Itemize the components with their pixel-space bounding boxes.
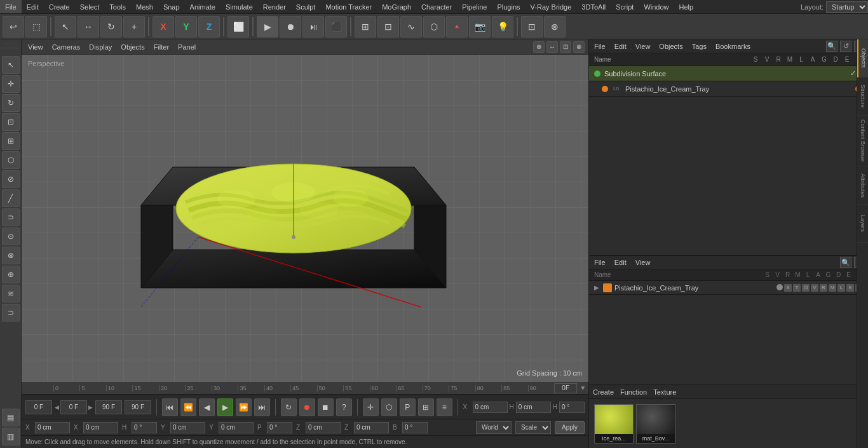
menu-motion-tracker[interactable]: Motion Tracker — [320, 0, 377, 13]
vp-menu-cameras[interactable]: Cameras — [50, 43, 83, 51]
obj-edit-menu[interactable]: Edit — [612, 43, 629, 50]
vp-menu-display[interactable]: Display — [86, 43, 114, 51]
mat-create-menu[interactable]: Create — [593, 388, 614, 396]
light-button[interactable]: 💡 — [492, 16, 513, 37]
v-tab-structure[interactable]: Structure — [857, 78, 868, 116]
attr-row-tray[interactable]: ▶ Pistachio_Ice_Cream_Tray S T ⊡ V R M L — [589, 281, 868, 295]
h-field-input[interactable] — [132, 422, 157, 433]
move-button[interactable]: ↔ — [78, 16, 99, 37]
y-right-input[interactable] — [219, 422, 254, 433]
play-forward-button[interactable]: ▶ — [217, 398, 233, 416]
current-frame-field[interactable] — [60, 400, 87, 414]
menu-pipeline[interactable]: Pipeline — [457, 0, 492, 13]
menu-window[interactable]: Window — [639, 0, 674, 13]
obj-item-tray[interactable]: L0 Pistachio_Ice_Cream_Tray — [589, 81, 868, 97]
tool-brush[interactable]: ⊙ — [2, 227, 20, 245]
menu-animate[interactable]: Animate — [185, 0, 220, 13]
spline-button[interactable]: ∿ — [400, 16, 422, 37]
menu-sculpt[interactable]: Sculpt — [291, 0, 321, 13]
z-axis-button[interactable]: Z — [198, 16, 220, 37]
dope-sheet-button[interactable]: ≡ — [437, 398, 452, 416]
keyframe-button[interactable]: ⬡ — [381, 398, 397, 416]
tool-loop[interactable]: ⬡ — [2, 151, 20, 169]
tool-select[interactable]: ↖ — [2, 56, 20, 74]
cube-button[interactable]: ⊞ — [355, 16, 376, 37]
scale-button[interactable]: + — [123, 16, 145, 37]
menu-simulate[interactable]: Simulate — [220, 0, 258, 13]
viewport-canvas[interactable]: Perspective — [22, 55, 588, 382]
obj-file-menu[interactable]: File — [592, 43, 608, 50]
x-axis-button[interactable]: X — [153, 16, 174, 37]
tool-sculpt[interactable]: ⊕ — [2, 266, 20, 283]
v-tab-content[interactable]: Content Browser — [857, 116, 868, 166]
obj-bookmarks-menu[interactable]: Bookmarks — [713, 43, 753, 50]
camera-button[interactable]: 📷 — [469, 16, 491, 37]
menu-file[interactable]: File — [0, 0, 22, 13]
end-frame-play-input[interactable] — [95, 400, 122, 414]
tool-move[interactable]: ✛ — [2, 75, 20, 93]
goto-start-button[interactable]: ⏮ — [162, 398, 178, 416]
attr-file-menu[interactable]: File — [592, 259, 608, 266]
sky-button[interactable]: ⊗ — [544, 16, 566, 37]
record-button[interactable]: ⏺ — [299, 398, 315, 416]
obj-refresh-icon[interactable]: ↺ — [840, 41, 851, 52]
end-frame-input[interactable] — [125, 400, 151, 414]
vp-menu-panel[interactable]: Panel — [175, 43, 198, 51]
vp-menu-objects[interactable]: Objects — [118, 43, 147, 51]
menu-snap[interactable]: Snap — [158, 0, 185, 13]
y-axis-button[interactable]: Y — [175, 16, 197, 37]
goto-end-button[interactable]: ⏭ — [254, 398, 270, 416]
help-button[interactable]: ? — [336, 398, 352, 416]
x-right-input[interactable] — [83, 422, 118, 433]
menu-render[interactable]: Render — [258, 0, 291, 13]
picture-viewer-button[interactable]: ⏯ — [302, 16, 324, 37]
mat-thumb-ice[interactable]: Ice_rea... — [594, 404, 634, 444]
render-view-button[interactable]: ▶ — [257, 16, 278, 37]
rotate-button[interactable]: ↻ — [100, 16, 122, 37]
world-dropdown[interactable]: World — [476, 421, 512, 434]
next-frame-button[interactable]: ⏩ — [236, 398, 252, 416]
y-coord-input[interactable] — [170, 422, 205, 433]
z-coord-input[interactable] — [306, 422, 341, 433]
menu-tools[interactable]: Tools — [104, 0, 131, 13]
x-coord-input[interactable] — [35, 422, 70, 433]
attr-edit-menu[interactable]: Edit — [612, 259, 629, 266]
vp-icon-4[interactable]: ⊗ — [573, 41, 585, 53]
new-button[interactable]: ⬚ — [25, 16, 47, 37]
prev-frame-button[interactable]: ⏪ — [180, 398, 196, 416]
attr-search-icon[interactable]: 🔍 — [840, 257, 851, 268]
deformer-button[interactable]: 🔺 — [446, 16, 468, 37]
mat-function-menu[interactable]: Function — [620, 388, 647, 396]
z-right-input[interactable] — [354, 422, 389, 433]
layout-dropdown[interactable]: Startup — [826, 1, 868, 13]
tool-scale[interactable]: ⊡ — [2, 113, 20, 131]
apply-button[interactable]: Apply — [555, 421, 585, 434]
v-tab-objects[interactable]: Objects — [857, 39, 868, 78]
render-settings-button[interactable]: ⬛ — [325, 16, 347, 37]
tool-magnet[interactable]: ⊃ — [2, 208, 20, 226]
obj-search-icon[interactable]: 🔍 — [826, 41, 837, 52]
menu-edit[interactable]: Edit — [22, 0, 44, 13]
menu-plugins[interactable]: Plugins — [492, 0, 525, 13]
vp-menu-filter[interactable]: Filter — [151, 43, 172, 51]
menu-script[interactable]: Script — [611, 0, 639, 13]
floor-button[interactable]: ⊡ — [521, 16, 543, 37]
tool-paint[interactable]: ⊗ — [2, 247, 20, 264]
menu-vray[interactable]: V-Ray Bridge — [526, 0, 577, 13]
obj-item-subdivision[interactable]: Subdivision Surface ✓ ✓ — [589, 66, 868, 81]
mat-thumb-tray[interactable]: mat_Bov... — [636, 404, 675, 444]
vp-icon-2[interactable]: ↔ — [546, 41, 558, 53]
frame-step-down[interactable]: ◀ — [55, 404, 59, 411]
tool-knife[interactable]: ╱ — [2, 189, 20, 207]
v-tab-attributes[interactable]: Attributes — [857, 166, 868, 205]
tool-edge[interactable]: ⊘ — [2, 170, 20, 188]
scale-dropdown[interactable]: Scale — [515, 421, 551, 434]
menu-character[interactable]: Character — [416, 0, 457, 13]
tool-smooth[interactable]: ≋ — [2, 285, 20, 302]
h-input[interactable] — [516, 402, 551, 413]
obj-objects-menu[interactable]: Objects — [656, 43, 685, 50]
check-1[interactable]: ✓ — [850, 69, 856, 78]
undo-button[interactable]: ↩ — [3, 16, 24, 37]
obj-tags-menu[interactable]: Tags — [689, 43, 709, 50]
vp-menu-view[interactable]: View — [25, 43, 46, 51]
